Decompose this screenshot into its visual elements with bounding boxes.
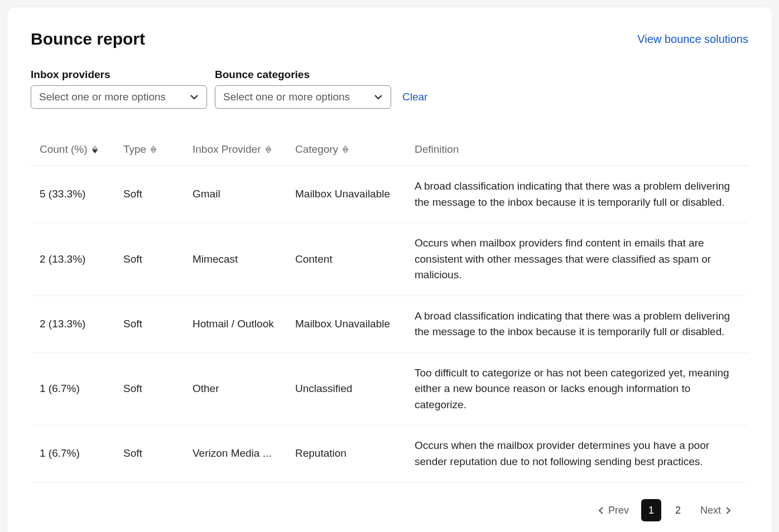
chevron-down-icon — [190, 93, 199, 101]
column-label: Category — [295, 143, 338, 156]
cell-provider: Verizon Media ... — [184, 425, 286, 482]
table-row: 1 (6.7%)SoftOtherUnclassifiedToo difficu… — [31, 352, 748, 425]
column-label: Type — [123, 143, 146, 156]
pagination: Prev 12 Next — [31, 499, 748, 521]
table-row: 1 (6.7%)SoftVerizon Media ...ReputationO… — [31, 425, 748, 482]
sort-icon — [151, 146, 156, 153]
cell-count: 1 (6.7%) — [31, 352, 114, 425]
cell-definition: Too difficult to categorize or has not b… — [406, 352, 748, 425]
bounce-report-card: Bounce report View bounce solutions Inbo… — [7, 7, 772, 532]
column-label: Inbox Provider — [193, 143, 261, 156]
next-label: Next — [700, 505, 721, 516]
column-header-type[interactable]: Type — [123, 143, 156, 156]
page-number-1[interactable]: 1 — [641, 499, 661, 521]
column-header-category[interactable]: Category — [295, 143, 348, 156]
filters: Inbox providers Select one or more optio… — [31, 69, 748, 109]
filter-inbox-providers: Inbox providers Select one or more optio… — [31, 69, 207, 109]
cell-category: Mailbox Unavailable — [286, 166, 406, 223]
prev-label: Prev — [608, 505, 629, 516]
chevron-right-icon — [724, 507, 732, 514]
page-title: Bounce report — [31, 30, 145, 49]
cell-definition: A broad classification indicating that t… — [406, 296, 748, 352]
chevron-left-icon — [598, 507, 605, 514]
column-label: Count (%) — [40, 143, 88, 156]
cell-provider: Other — [184, 352, 286, 425]
table-row: 2 (13.3%)SoftMimecastContentOccurs when … — [31, 223, 748, 296]
sort-icon — [266, 146, 271, 153]
sort-icon — [343, 146, 348, 153]
pagination-next[interactable]: Next — [700, 505, 732, 516]
filter-bounce-categories: Bounce categories Select one or more opt… — [215, 69, 391, 109]
cell-type: Soft — [114, 296, 184, 352]
clear-filters-link[interactable]: Clear — [402, 91, 427, 109]
chevron-down-icon — [374, 93, 383, 101]
inbox-providers-placeholder: Select one or more options — [39, 91, 166, 103]
bounce-categories-placeholder: Select one or more options — [223, 91, 350, 103]
cell-count: 2 (13.3%) — [31, 223, 114, 296]
cell-definition: Occurs when mailbox providers find conte… — [406, 223, 748, 296]
pagination-prev[interactable]: Prev — [598, 505, 629, 516]
cell-count: 5 (33.3%) — [31, 166, 114, 223]
inbox-providers-label: Inbox providers — [31, 69, 207, 81]
cell-type: Soft — [114, 166, 184, 223]
bounce-table: Count (%) Type — [31, 137, 748, 482]
cell-type: Soft — [114, 352, 184, 425]
cell-category: Mailbox Unavailable — [286, 296, 406, 352]
sort-icon — [92, 146, 98, 153]
inbox-providers-select[interactable]: Select one or more options — [31, 85, 207, 109]
page-number-2[interactable]: 2 — [668, 499, 688, 521]
cell-definition: Occurs when the mailbox provider determi… — [406, 425, 748, 482]
bounce-categories-select[interactable]: Select one or more options — [215, 85, 391, 109]
header: Bounce report View bounce solutions — [31, 30, 748, 49]
view-bounce-solutions-link[interactable]: View bounce solutions — [637, 33, 748, 46]
cell-count: 1 (6.7%) — [31, 425, 114, 482]
table-row: 5 (33.3%)SoftGmailMailbox UnavailableA b… — [31, 166, 748, 223]
column-header-count[interactable]: Count (%) — [40, 143, 98, 156]
cell-provider: Gmail — [184, 166, 286, 223]
cell-count: 2 (13.3%) — [31, 296, 114, 352]
cell-type: Soft — [114, 223, 184, 296]
cell-category: Unclassified — [286, 352, 406, 425]
cell-definition: A broad classification indicating that t… — [406, 166, 748, 223]
column-header-provider[interactable]: Inbox Provider — [193, 143, 271, 156]
column-label: Definition — [415, 143, 459, 156]
column-header-definition: Definition — [415, 143, 459, 156]
cell-category: Reputation — [286, 425, 406, 482]
table-row: 2 (13.3%)SoftHotmail / OutlookMailbox Un… — [31, 296, 748, 352]
cell-provider: Hotmail / Outlook — [184, 296, 286, 352]
cell-type: Soft — [114, 425, 184, 482]
bounce-categories-label: Bounce categories — [215, 69, 391, 81]
cell-category: Content — [286, 223, 406, 296]
cell-provider: Mimecast — [184, 223, 286, 296]
